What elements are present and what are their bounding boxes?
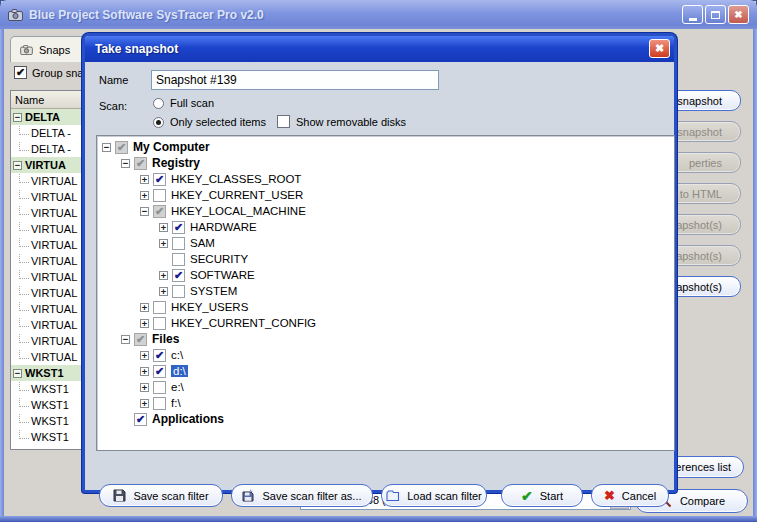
tree-connector (19, 238, 29, 247)
tree-item[interactable]: +SYSTEM (97, 283, 674, 299)
tree-checkbox[interactable] (172, 269, 185, 282)
tree-item[interactable]: −HKEY_LOCAL_MACHINE (97, 203, 674, 219)
camera-icon (8, 9, 23, 21)
save-scan-filter-as-label: Save scan filter as... (262, 490, 361, 502)
tree-item[interactable]: +SOFTWARE (97, 267, 674, 283)
save-scan-filter-button[interactable]: Save scan filter (99, 484, 223, 507)
tree-checkbox[interactable] (153, 205, 166, 218)
close-button[interactable]: ✖ (728, 5, 749, 24)
tree-checkbox[interactable] (134, 413, 147, 426)
tree-item[interactable]: +SAM (97, 235, 674, 251)
tree-checkbox[interactable] (153, 381, 166, 394)
tree-item[interactable]: −Registry (97, 155, 674, 171)
tree-checkbox[interactable] (172, 221, 185, 234)
tree-label: My Computer (133, 140, 210, 154)
tree-item[interactable]: −My Computer (97, 139, 674, 155)
tree-label: SOFTWARE (190, 269, 255, 281)
expander-icon[interactable]: − (121, 335, 130, 344)
expander-icon[interactable]: + (159, 287, 168, 296)
expander-icon[interactable]: + (140, 303, 149, 312)
scan-tree[interactable]: −My Computer−Registry+HKEY_CLASSES_ROOT+… (96, 135, 675, 451)
tree-item[interactable]: +HKEY_CURRENT_USER (97, 187, 674, 203)
checkbox-icon (277, 115, 290, 128)
group-label: DELTA (25, 111, 60, 123)
tree-checkbox[interactable] (115, 141, 128, 154)
tree-item[interactable]: +e:\ (97, 379, 674, 395)
cancel-button[interactable]: ✖ Cancel (591, 484, 669, 507)
tree-item[interactable]: +HARDWARE (97, 219, 674, 235)
expander-icon[interactable]: + (159, 239, 168, 248)
camera-icon (20, 45, 33, 55)
tree-checkbox[interactable] (134, 333, 147, 346)
collapse-icon[interactable]: − (13, 113, 22, 122)
tree-item[interactable]: +HKEY_USERS (97, 299, 674, 315)
expander-icon[interactable]: + (140, 367, 149, 376)
expander-icon[interactable]: + (159, 271, 168, 280)
load-scan-filter-button[interactable]: Load scan filter (381, 484, 487, 507)
start-label: Start (540, 490, 563, 502)
tree-item[interactable]: Applications (97, 411, 674, 427)
start-button[interactable]: ✔ Start (501, 484, 583, 507)
show-removable-checkbox[interactable]: Show removable disks (277, 115, 406, 128)
radio-only-selected[interactable]: Only selected items (153, 116, 266, 128)
save-scan-filter-as-button[interactable]: Save scan filter as... (231, 484, 373, 507)
dialog-close-button[interactable]: ✖ (649, 39, 670, 58)
tree-connector (19, 382, 29, 391)
tree-checkbox[interactable] (153, 173, 166, 186)
tree-item[interactable]: +f:\ (97, 395, 674, 411)
radio-selected-icon (153, 117, 164, 128)
tree-item[interactable]: +HKEY_CURRENT_CONFIG (97, 315, 674, 331)
expander-icon[interactable]: − (102, 143, 111, 152)
tree-checkbox[interactable] (153, 317, 166, 330)
group-snapshots-checkbox[interactable]: ✔ Group sna (14, 66, 83, 79)
x-icon: ✖ (604, 489, 615, 502)
expander-icon[interactable]: + (140, 351, 149, 360)
expander-icon[interactable]: + (140, 383, 149, 392)
snapshot-name-input[interactable] (151, 70, 439, 90)
tree-connector (19, 270, 29, 279)
tree-label: HKEY_CLASSES_ROOT (171, 173, 301, 185)
expander-icon[interactable]: − (140, 207, 149, 216)
tree-label: HKEY_USERS (171, 301, 248, 313)
window-frame-left (0, 29, 4, 522)
tree-checkbox[interactable] (153, 189, 166, 202)
tab-label: Snaps (39, 44, 70, 56)
folder-icon (386, 490, 400, 502)
tree-connector (19, 190, 29, 199)
expander-icon[interactable]: + (159, 223, 168, 232)
expander-icon[interactable]: − (121, 159, 130, 168)
expander-icon[interactable]: + (140, 319, 149, 328)
snapshot-label: VIRTUAL (31, 239, 77, 251)
radio-full-scan[interactable]: Full scan (153, 97, 214, 109)
collapse-icon[interactable]: − (13, 369, 22, 378)
tree-checkbox[interactable] (153, 301, 166, 314)
tree-checkbox[interactable] (153, 365, 166, 378)
expander-icon[interactable]: + (140, 399, 149, 408)
tree-checkbox[interactable] (172, 285, 185, 298)
tree-connector (19, 334, 29, 343)
tree-item[interactable]: −Files (97, 331, 674, 347)
tree-checkbox[interactable] (172, 237, 185, 250)
expander-icon[interactable]: + (140, 175, 149, 184)
minimize-button[interactable] (682, 5, 703, 24)
take-snapshot-dialog: Take snapshot ✖ Name Scan: Full scan Onl… (82, 33, 677, 493)
maximize-button[interactable] (705, 5, 726, 24)
tree-item[interactable]: +d:\ (97, 363, 674, 379)
collapse-icon[interactable]: − (13, 161, 22, 170)
tree-label: SECURITY (190, 253, 248, 265)
expander-icon[interactable]: + (140, 191, 149, 200)
snapshot-label: VIRTUAL (31, 175, 77, 187)
snapshot-label: WKST1 (31, 431, 69, 443)
dialog-body: Name Scan: Full scan Only selected items… (85, 62, 674, 493)
tree-checkbox[interactable] (153, 349, 166, 362)
tree-item[interactable]: +HKEY_CLASSES_ROOT (97, 171, 674, 187)
tree-checkbox[interactable] (134, 157, 147, 170)
tree-checkbox[interactable] (172, 253, 185, 266)
compare-label: Compare (680, 495, 725, 507)
tree-connector (19, 206, 29, 215)
tree-checkbox[interactable] (153, 397, 166, 410)
tree-item[interactable]: SECURITY (97, 251, 674, 267)
tree-connector (19, 398, 29, 407)
tree-item[interactable]: +c:\ (97, 347, 674, 363)
tree-connector (19, 318, 29, 327)
